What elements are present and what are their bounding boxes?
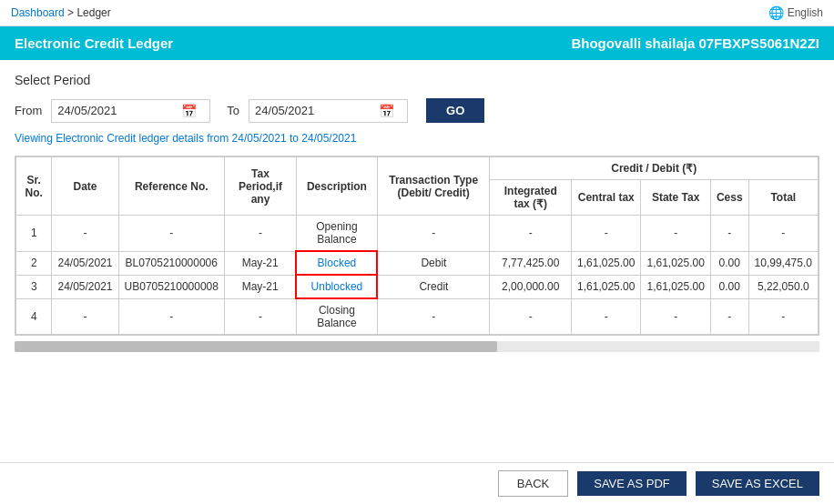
table-row: 4---Closing Balance------ bbox=[16, 298, 819, 335]
user-info: Bhogovalli shailaja 07FBXPS5061N2ZI bbox=[571, 35, 819, 51]
cell-central-tax: 1,61,025.00 bbox=[572, 275, 641, 298]
col-header-transaction-type: Transaction Type (Debit/ Credit) bbox=[377, 157, 490, 216]
to-calendar-icon[interactable]: 📅 bbox=[379, 104, 394, 118]
cell-total: - bbox=[748, 216, 818, 252]
current-page-label: Ledger bbox=[76, 6, 110, 19]
go-button[interactable]: GO bbox=[426, 98, 484, 123]
cell-date: - bbox=[52, 298, 118, 335]
cell-transaction-type: - bbox=[377, 216, 490, 252]
table-row: 324/05/2021UB0705210000008May-21Unblocke… bbox=[16, 275, 819, 298]
col-header-reference-no: Reference No. bbox=[118, 157, 224, 216]
cell-cess: 0.00 bbox=[710, 251, 748, 275]
cell-date: 24/05/2021 bbox=[52, 251, 118, 275]
main-content: Select Period From 📅 To 📅 GO Viewing Ele… bbox=[0, 60, 834, 491]
cell-ref: - bbox=[118, 298, 224, 335]
globe-icon: 🌐 bbox=[768, 5, 784, 20]
from-date-input[interactable] bbox=[57, 104, 176, 117]
from-date-wrapper[interactable]: 📅 bbox=[51, 99, 210, 123]
cell-total: - bbox=[748, 298, 818, 335]
top-navigation: Dashboard > Ledger 🌐 English bbox=[0, 0, 834, 26]
table-row: 1---Opening Balance------ bbox=[16, 216, 819, 252]
cell-transaction-type: - bbox=[377, 298, 490, 335]
to-date-input[interactable] bbox=[255, 104, 373, 117]
cell-integrated-tax: 7,77,425.00 bbox=[490, 251, 572, 275]
cell-integrated-tax: 2,00,000.00 bbox=[490, 275, 572, 298]
cell-description: Unblocked bbox=[296, 275, 377, 298]
cell-ref: UB0705210000008 bbox=[118, 275, 224, 298]
col-header-date: Date bbox=[52, 157, 118, 216]
save-pdf-button[interactable]: SAVE AS PDF bbox=[577, 471, 687, 496]
from-label: From bbox=[15, 104, 42, 117]
cell-cess: 0.00 bbox=[710, 275, 748, 298]
cell-integrated-tax: - bbox=[490, 298, 572, 335]
cell-ref: - bbox=[118, 216, 224, 252]
save-excel-button[interactable]: SAVE AS EXCEL bbox=[696, 471, 819, 496]
horizontal-scrollbar[interactable] bbox=[15, 341, 819, 352]
ledger-table: Sr. No. Date Reference No. Tax Period,if… bbox=[15, 156, 819, 335]
period-row: From 📅 To 📅 GO bbox=[15, 98, 819, 123]
breadcrumb-separator: > bbox=[67, 6, 76, 19]
select-period-title: Select Period bbox=[15, 73, 819, 87]
cell-description: Opening Balance bbox=[296, 216, 377, 252]
table-row: 224/05/2021BL0705210000006May-21BlockedD… bbox=[16, 251, 819, 275]
ledger-table-container: Sr. No. Date Reference No. Tax Period,if… bbox=[15, 156, 819, 336]
cell-description: Closing Balance bbox=[296, 298, 377, 335]
cell-total: 5,22,050.0 bbox=[748, 275, 818, 298]
cell-date: - bbox=[52, 216, 118, 252]
from-calendar-icon[interactable]: 📅 bbox=[181, 104, 197, 118]
cell-total: 10,99,475.0 bbox=[748, 251, 818, 275]
col-header-sr-no: Sr. No. bbox=[16, 157, 52, 216]
cell-cess: - bbox=[710, 298, 748, 335]
cell-tax-period: May-21 bbox=[224, 275, 296, 298]
cell-state-tax: 1,61,025.00 bbox=[641, 275, 710, 298]
cell-integrated-tax: - bbox=[490, 216, 572, 252]
cell-transaction-type: Debit bbox=[377, 251, 490, 275]
back-button[interactable]: BACK bbox=[498, 470, 568, 497]
to-label: To bbox=[227, 104, 239, 117]
cell-tax-period: May-21 bbox=[224, 251, 296, 275]
page-title: Electronic Credit Ledger bbox=[15, 35, 173, 51]
col-header-integrated-tax: Integrated tax (₹) bbox=[490, 180, 572, 216]
dashboard-link[interactable]: Dashboard bbox=[11, 6, 65, 19]
cell-central-tax: - bbox=[572, 298, 641, 335]
cell-state-tax: - bbox=[641, 216, 710, 252]
cell-sr: 4 bbox=[16, 298, 52, 335]
cell-state-tax: 1,61,025.00 bbox=[641, 251, 710, 275]
col-header-cess: Cess bbox=[710, 180, 748, 216]
cell-tax-period: - bbox=[224, 298, 296, 335]
breadcrumb: Dashboard > Ledger bbox=[11, 6, 111, 19]
cell-sr: 2 bbox=[16, 251, 52, 275]
cell-sr: 1 bbox=[16, 216, 52, 252]
language-selector[interactable]: 🌐 English bbox=[768, 5, 823, 20]
viewing-text: Viewing Electronic Credit ledger details… bbox=[15, 132, 819, 145]
cell-description: Blocked bbox=[296, 251, 377, 275]
header-bar: Electronic Credit Ledger Bhogovalli shai… bbox=[0, 26, 834, 60]
col-header-tax-period: Tax Period,if any bbox=[224, 157, 296, 216]
bottom-bar: BACK SAVE AS PDF SAVE AS EXCEL bbox=[0, 462, 834, 504]
col-header-central-tax: Central tax bbox=[572, 180, 641, 216]
cell-tax-period: - bbox=[224, 216, 296, 252]
cell-date: 24/05/2021 bbox=[52, 275, 118, 298]
col-header-total: Total bbox=[748, 180, 818, 216]
language-label: English bbox=[788, 6, 823, 19]
col-header-state-tax: State Tax bbox=[641, 180, 710, 216]
col-header-credit-debit: Credit / Debit (₹) bbox=[490, 157, 819, 180]
cell-state-tax: - bbox=[641, 298, 710, 335]
to-date-wrapper[interactable]: 📅 bbox=[249, 99, 408, 123]
col-header-description: Description bbox=[296, 157, 377, 216]
cell-ref: BL0705210000006 bbox=[118, 251, 224, 275]
scrollbar-thumb[interactable] bbox=[15, 341, 497, 352]
cell-sr: 3 bbox=[16, 275, 52, 298]
cell-transaction-type: Credit bbox=[377, 275, 490, 298]
cell-central-tax: 1,61,025.00 bbox=[572, 251, 641, 275]
cell-central-tax: - bbox=[572, 216, 641, 252]
cell-cess: - bbox=[710, 216, 748, 252]
